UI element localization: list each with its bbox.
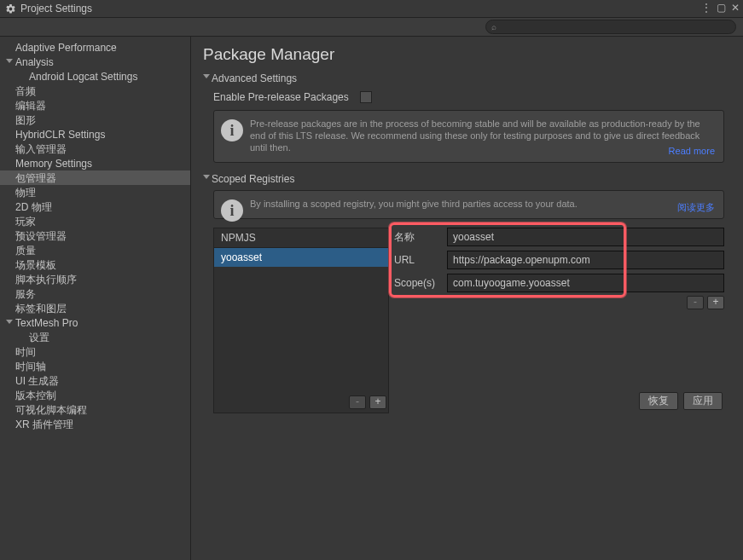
scoped-read-more-link[interactable]: 阅读更多 bbox=[677, 201, 715, 213]
sidebar-item[interactable]: XR 插件管理 bbox=[0, 417, 190, 431]
sidebar-item[interactable]: 时间 bbox=[0, 344, 190, 359]
registry-form: 名称 URL Scope(s) - + 恢复 应用 bbox=[394, 228, 724, 413]
restore-button[interactable]: 恢复 bbox=[639, 392, 678, 410]
sidebar-item[interactable]: 2D 物理 bbox=[0, 199, 190, 214]
apply-button[interactable]: 应用 bbox=[683, 392, 723, 410]
scope-remove-button[interactable]: - bbox=[687, 296, 704, 309]
sidebar-item[interactable]: Adaptive Performance bbox=[0, 40, 190, 55]
sidebar-item[interactable]: 图形 bbox=[0, 113, 190, 127]
sidebar-item[interactable]: UI 生成器 bbox=[0, 373, 190, 388]
sidebar-item[interactable]: 场景模板 bbox=[0, 257, 190, 272]
read-more-link[interactable]: Read more bbox=[669, 145, 715, 157]
sidebar-item[interactable]: 编辑器 bbox=[0, 98, 190, 113]
close-icon[interactable]: ✕ bbox=[731, 2, 740, 14]
sidebar: Adaptive PerformanceAnalysisAndroid Logc… bbox=[0, 37, 191, 560]
registry-name-label: 名称 bbox=[394, 230, 447, 245]
registry-url-label: URL bbox=[394, 254, 447, 266]
search-box[interactable]: ⌕ bbox=[485, 20, 736, 34]
info-icon: i bbox=[221, 199, 243, 222]
sidebar-item[interactable]: 玩家 bbox=[0, 214, 190, 228]
registry-remove-button[interactable]: - bbox=[349, 395, 366, 409]
sidebar-item[interactable]: 质量 bbox=[0, 243, 190, 257]
window-titlebar: Project Settings ⋮ ▢ ✕ bbox=[0, 0, 743, 18]
registry-scope-input[interactable] bbox=[447, 274, 724, 292]
sidebar-item[interactable]: 版本控制 bbox=[0, 388, 190, 402]
sidebar-item[interactable]: 设置 bbox=[0, 330, 190, 344]
sidebar-item[interactable]: 服务 bbox=[0, 286, 190, 301]
sidebar-item[interactable]: Analysis bbox=[0, 55, 190, 69]
sidebar-item[interactable]: Android Logcat Settings bbox=[0, 69, 190, 84]
prerelease-infobox: i Pre-release packages are in the proces… bbox=[213, 110, 724, 163]
registry-name-input[interactable] bbox=[447, 228, 724, 246]
search-input[interactable] bbox=[496, 22, 730, 32]
sidebar-item[interactable]: 预设管理器 bbox=[0, 228, 190, 243]
gear-icon bbox=[5, 3, 16, 14]
prerelease-info-text: Pre-release packages are in the process … bbox=[250, 118, 700, 153]
sidebar-item[interactable]: 标签和图层 bbox=[0, 301, 190, 315]
sidebar-item[interactable]: Memory Settings bbox=[0, 156, 190, 170]
scope-add-button[interactable]: + bbox=[707, 296, 724, 309]
maximize-icon[interactable]: ▢ bbox=[717, 2, 726, 14]
window-title: Project Settings bbox=[20, 3, 92, 14]
registry-list: NPMJSyooasset - + bbox=[213, 228, 389, 413]
scoped-infobox: i By installing a scoped registry, you m… bbox=[213, 190, 724, 219]
sidebar-item[interactable]: TextMesh Pro bbox=[0, 315, 190, 330]
registry-scope-label: Scope(s) bbox=[394, 277, 447, 289]
toolbar: ⌕ bbox=[0, 18, 743, 37]
scoped-registries-header[interactable]: Scoped Registries bbox=[203, 171, 726, 188]
scoped-info-text: By installing a scoped registry, you mig… bbox=[250, 199, 578, 209]
enable-prerelease-label: Enable Pre-release Packages bbox=[213, 91, 360, 103]
menu-icon[interactable]: ⋮ bbox=[701, 2, 711, 14]
sidebar-item[interactable]: 包管理器 bbox=[0, 170, 190, 185]
sidebar-item[interactable]: 时间轴 bbox=[0, 359, 190, 373]
sidebar-item[interactable]: 物理 bbox=[0, 185, 190, 199]
sidebar-item[interactable]: 脚本执行顺序 bbox=[0, 272, 190, 286]
registry-list-item[interactable]: NPMJS bbox=[214, 228, 388, 247]
sidebar-item[interactable]: 可视化脚本编程 bbox=[0, 402, 190, 417]
page-title: Package Manager bbox=[203, 45, 726, 64]
enable-prerelease-checkbox[interactable] bbox=[360, 91, 372, 103]
sidebar-item[interactable]: 音频 bbox=[0, 84, 190, 98]
sidebar-item[interactable]: 输入管理器 bbox=[0, 141, 190, 156]
registry-add-button[interactable]: + bbox=[369, 395, 386, 409]
info-icon: i bbox=[221, 119, 243, 141]
registry-url-input[interactable] bbox=[447, 251, 724, 269]
registry-list-item[interactable]: yooasset bbox=[214, 248, 388, 267]
advanced-settings-header[interactable]: Advanced Settings bbox=[203, 71, 726, 88]
sidebar-item[interactable]: HybridCLR Settings bbox=[0, 127, 190, 141]
